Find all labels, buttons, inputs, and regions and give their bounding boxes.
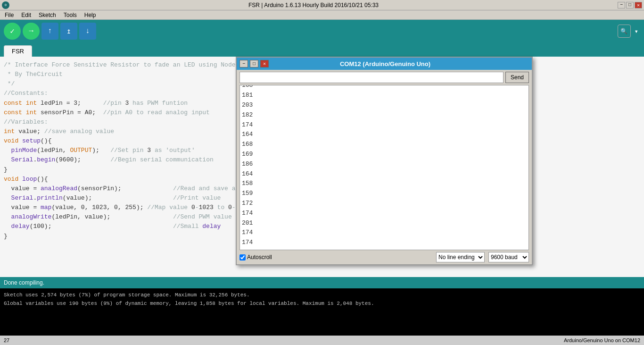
board-info: Arduino/Genuino Uno on COM12 — [564, 337, 640, 343]
serial-title-bar: − □ ✕ COM12 (Arduino/Genuino Uno) — [237, 58, 532, 70]
app-logo: ⊙ — [2, 1, 9, 9]
open-button[interactable]: ↥ — [60, 23, 77, 40]
console-line: Global variables use 190 bytes (9%) of d… — [4, 300, 640, 308]
serial-data-line: 169 — [242, 150, 527, 160]
console-area: Sketch uses 2,574 bytes (7%) of program … — [0, 288, 644, 336]
maximize-button[interactable]: □ — [626, 2, 634, 8]
status-bar: Done compiling. — [0, 277, 644, 288]
serial-data-line: 174 — [242, 209, 527, 219]
menu-sketch[interactable]: Sketch — [36, 11, 59, 19]
serial-data-line: 164 — [242, 130, 527, 140]
title-bar: ⊙ FSR | Arduino 1.6.13 Hourly Build 2016… — [0, 0, 644, 10]
status-message: Done compiling. — [4, 279, 44, 286]
toolbar: ✓ → ↑ ↥ ↓ 🔍 ▾ — [0, 20, 644, 42]
serial-data-line: 168 — [242, 140, 527, 150]
menu-bar: File Edit Sketch Tools Help — [0, 10, 644, 20]
bottom-status: 27 Arduino/Genuino Uno on COM12 — [0, 336, 644, 345]
verify-button[interactable]: ✓ — [4, 23, 21, 40]
serial-data-line: 159 — [242, 189, 527, 199]
upload-button[interactable]: → — [23, 23, 40, 40]
autoscroll-checkbox[interactable] — [239, 254, 246, 261]
baud-select[interactable]: 300 baud 1200 baud 2400 baud 4800 baud 9… — [488, 252, 529, 262]
save-button[interactable]: ↓ — [79, 23, 96, 40]
serial-data-line: 182 — [242, 110, 527, 120]
serial-data-line: 186 — [242, 160, 527, 169]
serial-data-line: 172 — [242, 199, 527, 209]
serial-data-line: 174 — [242, 120, 527, 130]
menu-edit[interactable]: Edit — [18, 11, 34, 19]
line-ending-select[interactable]: No line ending Newline Carriage return B… — [436, 252, 485, 262]
menu-tools[interactable]: Tools — [61, 11, 80, 19]
menu-help[interactable]: Help — [82, 11, 99, 19]
autoscroll-label[interactable]: Autoscroll — [239, 254, 272, 261]
serial-minimize-button[interactable]: − — [239, 60, 248, 67]
console-line: Sketch uses 2,574 bytes (7%) of program … — [4, 291, 640, 300]
editor-area: /* Interface Force Sensitive Resistor to… — [0, 57, 644, 277]
serial-data-line: 181 — [242, 91, 527, 101]
tab-bar: FSR — [0, 42, 644, 57]
menu-file[interactable]: File — [2, 11, 17, 19]
serial-data-line: 174 — [242, 238, 527, 248]
dropdown-button[interactable]: ▾ — [633, 25, 640, 37]
serial-data-line: 158 — [242, 179, 527, 189]
serial-output[interactable]: 1261521251681812031821741641681691861641… — [239, 85, 529, 250]
minimize-button[interactable]: − — [618, 2, 625, 8]
new-button[interactable]: ↑ — [41, 23, 58, 40]
serial-maximize-button[interactable]: □ — [250, 60, 258, 67]
serial-monitor: − □ ✕ COM12 (Arduino/Genuino Uno) Send 1… — [236, 57, 533, 265]
serial-monitor-title: COM12 (Arduino/Genuino Uno) — [269, 60, 502, 67]
serial-data-line: 164 — [242, 169, 527, 179]
serial-close-button[interactable]: ✕ — [260, 60, 269, 67]
serial-data-line: 201 — [242, 219, 527, 228]
serial-input-row: Send — [237, 70, 532, 85]
serial-data-line: 203 — [242, 101, 527, 110]
line-number: 27 — [4, 337, 9, 343]
serial-data-line: 168 — [242, 85, 527, 91]
window-title: FSR | Arduino 1.6.13 Hourly Build 2016/1… — [9, 2, 618, 8]
search-button[interactable]: 🔍 — [618, 25, 631, 38]
send-button[interactable]: Send — [505, 72, 529, 83]
serial-input[interactable] — [239, 72, 504, 83]
tab-fsr[interactable]: FSR — [4, 45, 32, 57]
close-button[interactable]: ✕ — [635, 2, 642, 8]
serial-data-line: 174 — [242, 228, 527, 238]
serial-bottom: Autoscroll No line ending Newline Carria… — [237, 250, 532, 264]
